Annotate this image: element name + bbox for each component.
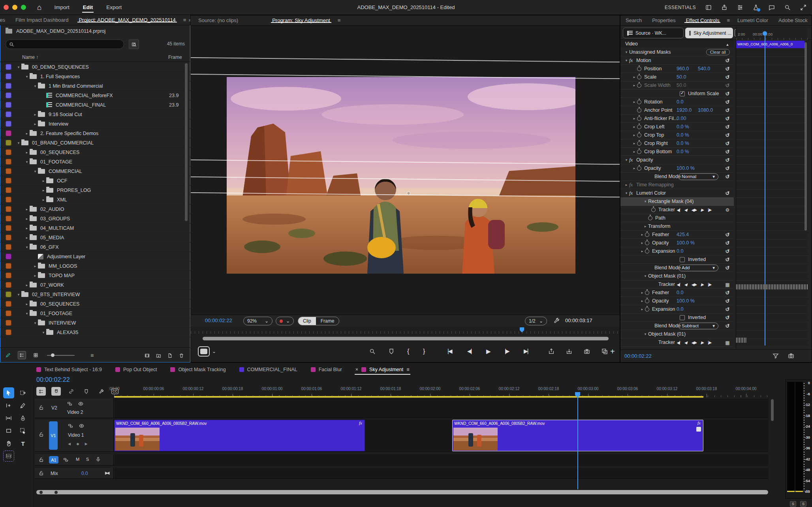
create-search-bin-button[interactable] — [129, 39, 139, 49]
track-backward-icon[interactable]: ◀ — [684, 208, 687, 212]
tab-project[interactable]: Project: ADOBE_MAX_DEMO_202510114 — [73, 17, 180, 23]
chevron-icon[interactable]: ▾ — [32, 84, 38, 88]
chevron-icon[interactable]: ▸ — [24, 226, 30, 230]
sequence-display-settings-icon[interactable] — [36, 387, 46, 396]
effect-row[interactable]: ▸ Opacity 100.0 % ▾ ◀|◀◀▶▶|▶ — [620, 164, 734, 173]
chevron-icon[interactable]: ▾ — [24, 312, 30, 315]
snap-magnet-icon[interactable] — [51, 387, 61, 396]
chevron-icon[interactable]: ▾ — [32, 169, 38, 173]
stopwatch-icon[interactable] — [637, 75, 641, 79]
panel-menu-icon[interactable]: ≡ — [406, 367, 409, 372]
reset-parameter-icon[interactable] — [724, 132, 731, 138]
stopwatch-icon[interactable] — [645, 291, 649, 295]
clip-button[interactable]: Clip — [298, 317, 316, 325]
chevron-icon[interactable]: ▸ — [632, 83, 637, 87]
sequence-tab[interactable]: × Sky Adjustment ≡ — [355, 365, 410, 374]
label-color-chip[interactable] — [6, 254, 11, 259]
track-target-v1[interactable]: V1 — [49, 421, 58, 450]
chevron-icon[interactable]: ▾ — [41, 330, 46, 334]
program-viewer[interactable] — [191, 26, 620, 315]
label-color-chip[interactable] — [6, 92, 11, 98]
project-tree-row[interactable]: ▸ 04_MULTICAM — [0, 223, 190, 233]
search-input[interactable] — [6, 39, 124, 49]
project-tree-row[interactable]: ▾ 00_DEMO_SEQUENCES — [0, 62, 190, 72]
item-name[interactable]: 07_WORK — [40, 282, 64, 288]
timeline-settings-wrench-icon[interactable] — [96, 387, 106, 396]
item-name[interactable]: 04_MULTICAM — [40, 225, 74, 231]
close-window-icon[interactable] — [4, 5, 9, 10]
reset-parameter-icon[interactable] — [724, 265, 731, 271]
chevron-icon[interactable]: ▸ — [632, 125, 637, 129]
item-name[interactable]: 06_GFX — [40, 244, 59, 250]
ec-playhead-handle[interactable] — [763, 31, 767, 36]
effect-row[interactable]: ▸ Rotation 0.0 ▾ ◀|◀◀▶▶|▶ — [620, 98, 734, 106]
label-color-chip[interactable] — [6, 64, 11, 70]
reset-parameter-icon[interactable] — [724, 157, 731, 163]
project-tree-row[interactable]: ▾ 02_BTS_INTERVIEW — [0, 290, 190, 299]
type-tool[interactable]: T — [17, 438, 28, 449]
video-track-2-header[interactable]: V2 Video 2 — [35, 398, 114, 418]
effect-row[interactable]: ▸ Feather 425.4 ▾ ◀|◀◀▶▶|▶ — [620, 231, 734, 239]
chevron-icon[interactable]: ▸ — [24, 217, 30, 221]
stopwatch-icon[interactable] — [651, 208, 656, 212]
reset-parameter-icon[interactable] — [724, 116, 731, 122]
sort-options-icon[interactable]: ≡ — [90, 352, 94, 359]
item-name[interactable]: 03_GROUPS — [40, 216, 70, 222]
project-tree-row[interactable]: ▾ INTERVIEW — [0, 318, 190, 328]
new-bin-icon[interactable] — [156, 352, 161, 358]
chevron-icon[interactable]: ▾ — [624, 158, 629, 162]
reset-parameter-icon[interactable] — [724, 66, 731, 72]
stopwatch-icon[interactable] — [645, 241, 649, 245]
parameter-value[interactable]: 100.0 % — [677, 165, 695, 171]
export-frame-icon[interactable] — [584, 348, 590, 355]
track-backward-icon[interactable]: ◀ — [684, 340, 687, 345]
project-tree-row[interactable]: ▸ 07_WORK — [0, 280, 190, 290]
sequence-tab[interactable]: × Text Behind Subject - 16:9 ≡ — [36, 365, 103, 374]
label-color-chip[interactable] — [6, 301, 11, 307]
button-editor-icon[interactable] — [198, 346, 210, 357]
parameter-value[interactable]: 50.0 — [677, 74, 686, 80]
label-color-chip[interactable] — [6, 225, 11, 231]
track-one-back-icon[interactable]: ◀| — [677, 282, 680, 287]
track-one-back-icon[interactable]: ◀| — [677, 340, 680, 345]
column-name[interactable]: Name ↑ — [22, 54, 38, 60]
fx-badge[interactable]: fx — [629, 182, 636, 188]
parameter-value[interactable]: 100.0 % — [677, 298, 695, 304]
reset-parameter-icon[interactable] — [724, 99, 731, 105]
chevron-icon[interactable]: ▸ — [632, 166, 637, 170]
voiceover-mic-icon[interactable] — [96, 456, 101, 462]
playhead-timecode[interactable]: 00:00:02:22 — [205, 317, 232, 323]
reset-parameter-icon[interactable] — [724, 174, 731, 180]
edit-mode-tab[interactable]: Edit — [82, 3, 94, 12]
chevron-icon[interactable]: ▸ — [32, 274, 38, 278]
chevron-icon[interactable]: ▾ — [16, 293, 21, 297]
slip-tool[interactable] — [3, 413, 14, 424]
label-color-chip[interactable] — [6, 310, 11, 316]
label-color-chip[interactable] — [6, 159, 11, 165]
blend-mode-select[interactable]: Normal▾ — [678, 173, 718, 180]
fullscreen-icon[interactable] — [800, 4, 806, 11]
chevron-icon[interactable]: ▾ — [24, 75, 30, 79]
effect-controls-timeline[interactable]: 2:00 00:00:03:00 WKND_COM_660_A006_A006_… — [736, 26, 808, 349]
stopwatch-icon[interactable] — [637, 150, 641, 154]
project-tree-row[interactable]: Adjustment Layer — [0, 252, 190, 261]
item-name[interactable]: 02_BTS_INTERVIEW — [32, 292, 80, 297]
parameter-value[interactable]: 960.0 — [677, 66, 689, 71]
stopwatch-icon[interactable] — [637, 116, 641, 121]
tab-adobe-stock[interactable]: Adobe Stock — [773, 17, 812, 23]
item-name[interactable]: 01_FOOTAGE — [40, 311, 72, 316]
chevron-icon[interactable]: ▸ — [632, 100, 637, 104]
parameter-value[interactable]: 0.0 — [677, 99, 683, 105]
track-forward-icon[interactable]: ▶ — [701, 208, 703, 212]
item-name[interactable]: 02_AUDIO — [40, 207, 64, 212]
stopwatch-icon[interactable] — [637, 100, 641, 104]
video-track-1-header[interactable]: V1 Video 1 ◀ ◆ ▶ — [35, 420, 114, 452]
stopwatch-icon[interactable] — [637, 166, 641, 171]
effect-row[interactable]: Uniform Scale ▾ ◀|◀◀▶▶|▶ — [620, 90, 734, 98]
chevron-icon[interactable]: ▾ — [624, 191, 629, 195]
chevron-icon[interactable]: ▸ — [632, 75, 637, 79]
effect-row[interactable]: Inverted ▾ ◀|◀◀▶▶|▶ — [620, 314, 734, 322]
label-color-chip[interactable] — [6, 244, 11, 250]
stopwatch-icon[interactable] — [637, 83, 641, 88]
checkbox[interactable] — [680, 91, 685, 96]
